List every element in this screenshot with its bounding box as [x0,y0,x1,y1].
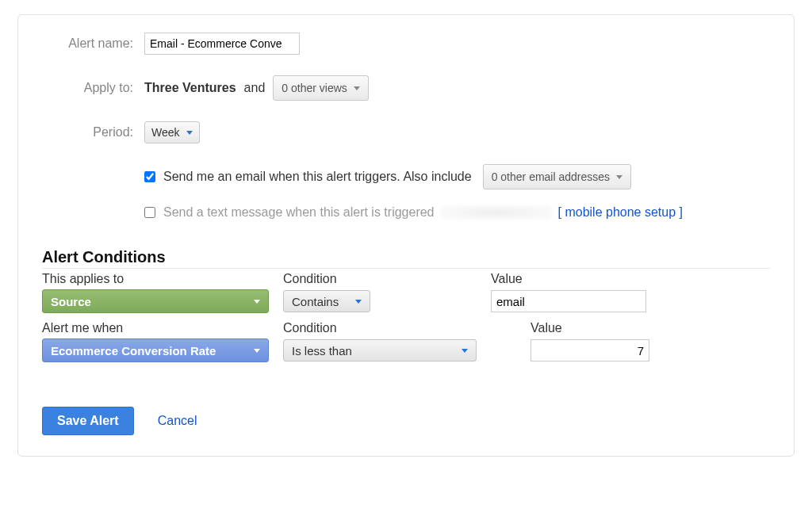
caret-down-icon [186,131,193,135]
alert-value-input[interactable] [530,339,649,361]
applies-condition-select[interactable]: Contains [283,290,370,312]
other-emails-dropdown-label: 0 other email addresses [492,170,610,183]
redacted-phone [441,205,552,220]
value-header-2: Value [491,321,770,337]
applies-to-dimension-select[interactable]: Source [42,289,269,313]
period-dropdown[interactable]: Week [144,121,200,143]
apply-to-and: and [244,81,266,95]
caret-down-icon [354,86,360,90]
alert-conditions-title: Alert Conditions [42,248,770,266]
apply-to-value: Three Ventures [144,81,236,95]
alert-condition-select[interactable]: Is less than [283,339,477,361]
caret-down-icon [462,349,468,353]
value-header-1: Value [491,272,770,288]
alert-name-label: Alert name: [42,36,144,51]
section-divider [42,268,770,269]
alert-metric-label: Ecommerce Conversion Rate [51,344,216,358]
sms-notify-checkbox[interactable] [144,207,155,218]
caret-down-icon [616,175,622,179]
caret-down-icon [254,349,260,353]
other-views-dropdown-label: 0 other views [282,82,347,94]
alert-name-input[interactable] [144,33,300,55]
row-sms-notify: Send a text message when this alert is t… [144,205,770,220]
condition-header-1: Condition [283,272,477,288]
cancel-link[interactable]: Cancel [158,414,197,428]
applies-to-dimension-label: Source [51,295,91,308]
save-alert-button[interactable]: Save Alert [42,407,134,435]
alert-conditions-grid: This applies to Condition Value Source C… [42,272,770,362]
period-label: Period: [42,125,144,140]
other-views-dropdown[interactable]: 0 other views [273,75,368,101]
other-emails-dropdown[interactable]: 0 other email addresses [483,164,631,189]
row-email-notify: Send me an email when this alert trigger… [144,164,770,189]
mobile-phone-setup-link[interactable]: [ mobile phone setup ] [558,205,683,220]
alert-metric-select[interactable]: Ecommerce Conversion Rate [42,338,269,362]
alert-settings-panel: Alert name: Apply to: Three Ventures and… [17,14,795,457]
row-apply-to: Apply to: Three Ventures and 0 other vie… [42,75,770,101]
condition-header-2: Condition [283,321,477,337]
row-period: Period: Week [42,121,770,143]
email-notify-label: Send me an email when this alert trigger… [163,170,472,184]
alert-me-when-header: Alert me when [42,321,269,337]
applies-condition-label: Contains [292,295,339,308]
alert-condition-label: Is less than [292,344,352,358]
caret-down-icon [254,300,260,304]
apply-to-label: Apply to: [42,81,144,95]
sms-notify-label: Send a text message when this alert is t… [163,205,435,220]
caret-down-icon [355,300,362,304]
period-dropdown-label: Week [151,126,180,139]
button-row: Save Alert Cancel [42,407,770,435]
email-notify-checkbox[interactable] [144,171,155,182]
applies-value-input[interactable] [491,290,646,312]
row-alert-name: Alert name: [42,33,770,55]
applies-to-header: This applies to [42,272,269,288]
